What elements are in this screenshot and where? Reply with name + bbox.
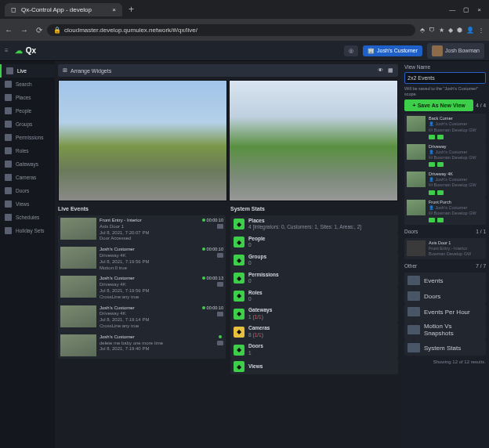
tab-close-icon[interactable]: × — [112, 6, 116, 13]
camera-icon[interactable] — [217, 224, 223, 229]
sidebar-item-doors[interactable]: Doors — [0, 184, 55, 197]
event-cam-icon[interactable] — [219, 334, 223, 339]
rec-icon[interactable] — [429, 135, 435, 139]
event-cam-icon[interactable]: 00:00:10 — [202, 305, 223, 310]
sidebar: LiveSearchPlacesPeopleGroupsPermissionsR… — [0, 61, 55, 448]
window-close-icon[interactable]: × — [477, 6, 481, 13]
sidebar-item-permissions[interactable]: Permissions — [0, 131, 55, 144]
nav-icon — [5, 227, 12, 234]
nav-label: Groups — [16, 121, 32, 127]
camera-icon[interactable] — [217, 341, 223, 345]
event-cam-icon[interactable]: 00:00:10 — [202, 247, 223, 251]
cam-icon[interactable] — [437, 162, 444, 167]
right-panel: View Name Will be saved to the "Josh's C… — [401, 61, 489, 448]
layout-icon[interactable]: ▦ — [388, 67, 393, 74]
sidebar-item-views[interactable]: Views — [0, 197, 55, 211]
url-text: cloudmaster.develop.qumulex.network/#/qx… — [64, 27, 197, 34]
browser-tab[interactable]: ◻ Qx-Control App - develop × — [5, 3, 122, 16]
extension-icon[interactable]: ⬢ — [457, 27, 462, 34]
camera-item[interactable]: Driveway 4K👤 Josh's Customer⛁ Bowman Dev… — [404, 169, 486, 197]
profile-icon[interactable]: 👤 — [466, 27, 474, 34]
widget-label: System Stats — [424, 345, 461, 352]
widget-doors[interactable]: Doors — [404, 288, 486, 304]
nav-label: Views — [16, 201, 29, 207]
door-sub: Front Entry - Interior — [429, 246, 484, 251]
rec-icon[interactable] — [429, 218, 435, 222]
camera-grid — [58, 80, 398, 201]
camera-item[interactable]: Back Corner👤 Josh's Customer⛁ Bowman Dev… — [404, 114, 486, 141]
rec-icon[interactable] — [429, 190, 435, 195]
sidebar-item-holiday-sets[interactable]: Holiday Sets — [0, 224, 55, 237]
nav-icon — [5, 174, 12, 181]
door-item[interactable]: Axis Door 1 Front Entry - Interior Bowma… — [404, 238, 486, 259]
tab-title: Qx-Control App - develop — [21, 6, 92, 13]
browser-chrome: ◻ Qx-Control App - develop × + — ▢ × ← →… — [0, 0, 489, 41]
location-pin[interactable]: ◎ — [344, 45, 358, 56]
widget-system-stats[interactable]: System Stats — [404, 340, 486, 356]
event-cam-icon[interactable]: 00:00:13 — [202, 276, 223, 280]
cam-icon[interactable] — [437, 135, 444, 139]
app-logo[interactable]: ☁ Qx — [15, 46, 36, 55]
camera-item[interactable]: Front Porch👤 Josh's Customer⛁ Bowman Dev… — [404, 197, 486, 225]
event-thumb — [60, 305, 96, 327]
extension-icon[interactable]: ⛉ — [429, 27, 435, 34]
arrange-widgets-button[interactable]: Arrange Widgets — [71, 68, 111, 74]
sidebar-item-people[interactable]: People — [0, 104, 55, 117]
window-maximize-icon[interactable]: ▢ — [463, 6, 469, 13]
camera-icon[interactable] — [217, 312, 223, 316]
event-item[interactable]: Front Entry - InteriorAxis Door 1Jul 8, … — [58, 215, 226, 244]
live-events-title: Live Events — [58, 204, 226, 213]
forward-icon[interactable]: → — [20, 26, 28, 34]
save-view-button[interactable]: + Save As New View — [404, 99, 473, 111]
sidebar-item-schedules[interactable]: Schedules — [0, 211, 55, 224]
extension-icon[interactable]: ◆ — [448, 27, 453, 34]
widget-events-per-hour[interactable]: Events Per Hour — [404, 304, 486, 320]
sidebar-item-groups[interactable]: Groups — [0, 117, 55, 131]
camera-item[interactable]: Driveway👤 Josh's Customer⛁ Bowman Develo… — [404, 142, 486, 169]
event-item[interactable]: Josh's CustomerDriveway 4KJul 8, 2021, 7… — [58, 273, 226, 302]
customer-selector[interactable]: 🏢 Josh's Customer — [363, 45, 422, 56]
event-item[interactable]: Josh's CustomerDriveway 4KJul 8, 2021, 7… — [58, 303, 226, 332]
sidebar-item-live[interactable]: Live — [0, 64, 55, 78]
camera-feed-1[interactable] — [58, 80, 227, 201]
rec-icon[interactable] — [429, 162, 435, 167]
cam-icon[interactable] — [437, 218, 444, 222]
sidebar-item-search[interactable]: Search — [0, 78, 55, 91]
camera-feed-2[interactable] — [229, 80, 398, 201]
back-icon[interactable]: ← — [5, 26, 13, 34]
event-item[interactable]: Josh's Customerdelete me baby one more t… — [58, 332, 226, 359]
results-count: Showing 12 of 12 results. — [404, 358, 486, 364]
address-bar[interactable]: 🔒 cloudmaster.develop.qumulex.network/#/… — [47, 24, 415, 36]
nav-label: Doors — [16, 188, 29, 193]
nav-icon — [5, 81, 12, 88]
camera-icon[interactable] — [217, 253, 223, 258]
widget-motion-vs-snapshots[interactable]: Motion Vs Snapshots — [404, 320, 486, 340]
event-thumb — [60, 218, 96, 240]
window-minimize-icon[interactable]: — — [449, 6, 455, 13]
lock-icon: 🔒 — [53, 27, 61, 34]
new-tab-button[interactable]: + — [122, 4, 140, 15]
nav-label: Cameras — [16, 175, 36, 180]
event-cam-icon[interactable]: 00:00:10 — [202, 218, 223, 222]
stat-places: ◆Places4 [Integrators: 0, Customers: 1, … — [230, 215, 398, 233]
view-name-input[interactable] — [404, 72, 486, 84]
extension-icon[interactable]: ★ — [439, 27, 444, 34]
camera-icon[interactable] — [217, 282, 223, 287]
widget-events[interactable]: Events — [404, 273, 486, 288]
extension-icon[interactable]: ⬘ — [420, 27, 425, 34]
user-menu[interactable]: Josh Bowman — [427, 43, 484, 59]
reload-icon[interactable]: ⟳ — [36, 26, 42, 34]
sidebar-item-places[interactable]: Places — [0, 91, 55, 104]
stat-icon: ◆ — [234, 309, 244, 320]
menu-icon[interactable]: ⋮ — [478, 27, 484, 34]
event-item[interactable]: Josh's CustomerDriveway 4KJul 8, 2021, 7… — [58, 244, 226, 273]
sidebar-item-cameras[interactable]: Cameras — [0, 171, 55, 184]
main-content: ⊞ Arrange Widgets 👁 ▦ Live Events Front … — [55, 61, 401, 448]
cam-icon[interactable] — [437, 190, 444, 195]
camera-thumb — [407, 200, 426, 215]
nav-label: Places — [16, 95, 31, 100]
menu-toggle-icon[interactable]: ≡ — [5, 47, 9, 54]
sidebar-item-roles[interactable]: Roles — [0, 144, 55, 157]
visibility-icon[interactable]: 👁 — [378, 67, 383, 74]
sidebar-item-gateways[interactable]: Gateways — [0, 157, 55, 171]
